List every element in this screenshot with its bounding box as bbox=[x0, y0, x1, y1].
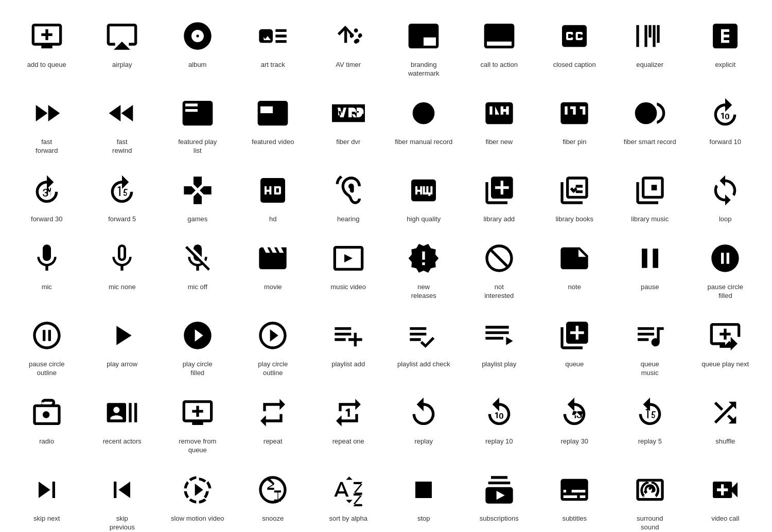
icon-cell-av-timer: AV timer bbox=[312, 10, 385, 82]
library-music-label: library music bbox=[631, 215, 669, 224]
icon-cell-replay-5: replay 5 bbox=[613, 387, 687, 459]
remove-from-queue-icon bbox=[177, 392, 218, 433]
mic-label: mic bbox=[42, 283, 52, 292]
repeat-one-icon bbox=[328, 392, 369, 433]
pause-icon bbox=[629, 238, 671, 279]
airplay-icon bbox=[101, 15, 143, 57]
playlist-play-icon bbox=[479, 315, 520, 356]
icon-cell-subtitles: subtitles bbox=[538, 464, 611, 532]
video-call-icon bbox=[705, 469, 746, 510]
queue-play-next-label: queue play next bbox=[701, 360, 749, 369]
replay-icon bbox=[403, 392, 444, 433]
loop-label: loop bbox=[719, 215, 732, 224]
add-to-queue-icon bbox=[26, 15, 67, 57]
icon-grid: add to queue airplay album art track AV … bbox=[10, 10, 762, 532]
stop-icon bbox=[403, 469, 444, 510]
branding-watermark-label: brandingwatermark bbox=[408, 61, 440, 78]
slow-motion-video-icon bbox=[177, 469, 218, 510]
icon-cell-featured-video: featured video bbox=[237, 87, 310, 159]
skip-previous-label: skipprevious bbox=[110, 515, 135, 532]
play-circle-filled-icon bbox=[177, 315, 218, 356]
featured-video-icon bbox=[252, 93, 293, 134]
forward-30-label: forward 30 bbox=[31, 215, 62, 224]
icon-cell-branding-watermark: brandingwatermark bbox=[388, 10, 461, 82]
queue-icon bbox=[554, 315, 595, 356]
hd-label: hd bbox=[269, 215, 276, 224]
hd-icon bbox=[252, 170, 293, 211]
subtitles-icon bbox=[554, 469, 595, 510]
icon-cell-not-interested: notinterested bbox=[463, 233, 536, 305]
recent-actors-icon bbox=[101, 392, 143, 433]
fiber-pin-label: fiber pin bbox=[563, 138, 586, 147]
replay-10-icon bbox=[479, 392, 520, 433]
play-circle-outline-label: play circleoutline bbox=[258, 360, 288, 378]
replay-30-label: replay 30 bbox=[561, 437, 588, 446]
svg-point-0 bbox=[413, 102, 435, 124]
icon-cell-fast-forward: fastforward bbox=[10, 87, 83, 159]
icon-cell-fiber-smart-record: fiber smart record bbox=[613, 87, 687, 159]
icon-cell-fiber-new: fiber new bbox=[463, 87, 536, 159]
playlist-add-label: playlist add bbox=[331, 360, 365, 369]
airplay-label: airplay bbox=[112, 61, 132, 69]
radio-label: radio bbox=[39, 437, 54, 446]
icon-cell-fiber-manual-record: fiber manual record bbox=[388, 87, 461, 159]
icon-cell-video-call: video call bbox=[689, 464, 762, 532]
library-add-label: library add bbox=[483, 215, 515, 224]
icon-cell-mic-none: mic none bbox=[86, 233, 159, 305]
icon-cell-remove-from-queue: remove fromqueue bbox=[161, 387, 234, 459]
hearing-icon bbox=[328, 170, 369, 211]
library-books-icon bbox=[554, 170, 595, 211]
icon-cell-sort-by-alpha: sort by alpha bbox=[312, 464, 385, 532]
icon-cell-skip-previous: skipprevious bbox=[86, 464, 159, 532]
video-call-label: video call bbox=[711, 515, 739, 523]
icon-cell-repeat: repeat bbox=[237, 387, 310, 459]
icon-cell-queue: queue bbox=[538, 310, 611, 382]
equalizer-icon bbox=[629, 15, 671, 57]
fast-rewind-label: fastrewind bbox=[112, 138, 132, 155]
icon-cell-play-arrow: play arrow bbox=[86, 310, 159, 382]
subtitles-label: subtitles bbox=[562, 515, 587, 523]
sort-by-alpha-icon bbox=[328, 469, 369, 510]
queue-music-icon bbox=[629, 315, 671, 356]
icon-cell-fiber-dvr: fiber dvr bbox=[312, 87, 385, 159]
icon-cell-loop: loop bbox=[689, 165, 762, 228]
fast-forward-label: fastforward bbox=[36, 138, 58, 155]
games-icon bbox=[177, 170, 218, 211]
icon-cell-replay: replay bbox=[388, 387, 461, 459]
icon-cell-queue-music: queuemusic bbox=[613, 310, 687, 382]
icon-cell-repeat-one: repeat one bbox=[312, 387, 385, 459]
icon-cell-album: album bbox=[161, 10, 234, 82]
fiber-dvr-label: fiber dvr bbox=[336, 138, 360, 147]
equalizer-label: equalizer bbox=[636, 61, 663, 69]
games-label: games bbox=[187, 215, 207, 224]
icon-cell-shuffle: shuffle bbox=[689, 387, 762, 459]
icon-cell-library-add: library add bbox=[463, 165, 536, 228]
icon-cell-hd: hd bbox=[237, 165, 310, 228]
fiber-pin-icon bbox=[554, 93, 595, 134]
icon-cell-featured-play-list: featured playlist bbox=[161, 87, 234, 159]
icon-cell-hearing: hearing bbox=[312, 165, 385, 228]
icon-cell-music-video: music video bbox=[312, 233, 385, 305]
mic-off-icon bbox=[177, 238, 218, 279]
snooze-icon bbox=[252, 469, 293, 510]
closed-caption-icon bbox=[554, 15, 595, 57]
mic-none-label: mic none bbox=[109, 283, 136, 292]
av-timer-icon bbox=[328, 15, 369, 57]
fiber-manual-record-icon bbox=[403, 93, 444, 134]
icon-cell-forward-5: forward 5 bbox=[86, 165, 159, 228]
icon-cell-snooze: snooze bbox=[237, 464, 310, 532]
slow-motion-video-label: slow motion video bbox=[171, 515, 224, 523]
sort-by-alpha-label: sort by alpha bbox=[329, 515, 367, 523]
play-circle-filled-label: play circlefilled bbox=[183, 360, 213, 378]
fiber-new-label: fiber new bbox=[485, 138, 513, 147]
icon-cell-playlist-add: playlist add bbox=[312, 310, 385, 382]
icon-cell-play-circle-outline: play circleoutline bbox=[237, 310, 310, 382]
add-to-queue-label: add to queue bbox=[27, 61, 66, 69]
icon-cell-play-circle-filled: play circlefilled bbox=[161, 310, 234, 382]
icon-cell-playlist-play: playlist play bbox=[463, 310, 536, 382]
repeat-icon bbox=[252, 392, 293, 433]
fiber-smart-record-label: fiber smart record bbox=[624, 138, 676, 147]
snooze-label: snooze bbox=[262, 515, 284, 523]
pause-circle-outline-label: pause circleoutline bbox=[29, 360, 64, 378]
forward-10-label: forward 10 bbox=[710, 138, 741, 147]
